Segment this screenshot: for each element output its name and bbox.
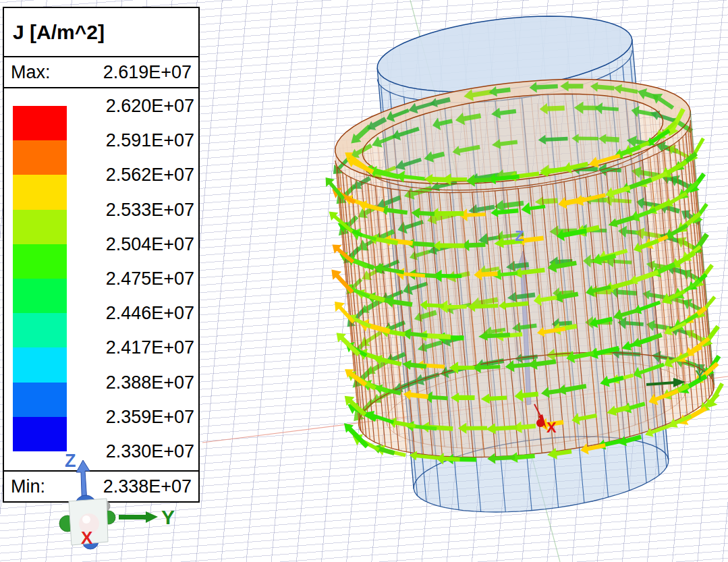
legend-tick-label: 2.620E+07	[106, 96, 194, 117]
legend-color-band-4	[13, 244, 67, 279]
model-y-axis-label: Y	[695, 367, 704, 383]
legend-color-band-6	[13, 313, 67, 347]
model-x-axis-label: X	[547, 419, 557, 436]
legend-color-band-5	[13, 279, 67, 313]
legend-max-value: 2.619E+07	[103, 62, 192, 83]
legend-tick-label: 2.388E+07	[106, 372, 194, 393]
model-z-axis-label: Z	[515, 227, 524, 244]
legend-max-row: Max: 2.619E+07	[4, 57, 198, 88]
legend-color-band-8	[13, 383, 67, 417]
legend-tick-label: 2.533E+07	[106, 199, 194, 220]
legend-tick-label: 2.475E+07	[106, 269, 194, 289]
triad-x-label: X	[81, 528, 93, 548]
legend-color-band-3	[13, 210, 67, 244]
legend-tick-label: 2.359E+07	[106, 406, 194, 427]
triad-y-arrow-shaft	[119, 515, 147, 519]
legend-tick-label: 2.446E+07	[106, 303, 194, 324]
legend-color-band-7	[13, 347, 67, 382]
triad-y-arrowhead	[146, 511, 158, 523]
legend-tick-label: 2.504E+07	[106, 233, 194, 254]
legend-title: J [A/m^2]	[4, 8, 198, 57]
legend-color-band-0	[13, 106, 67, 140]
legend-max-label: Max:	[11, 62, 51, 83]
legend-panel[interactable]: J [A/m^2] Max: 2.619E+07 2.620E+072.591E…	[3, 7, 200, 503]
legend-tick-label: 2.591E+07	[106, 130, 194, 151]
triad-front-sphere-highlight	[82, 515, 90, 524]
legend-color-band-1	[13, 140, 67, 175]
triad-y-label: Y	[161, 506, 175, 528]
legend-color-band-2	[13, 175, 67, 209]
view-orientation-triad[interactable]: ZXY	[39, 439, 188, 562]
legend-color-scale: 2.620E+072.591E+072.562E+072.533E+072.50…	[4, 88, 198, 470]
triad-z-label: Z	[65, 451, 76, 471]
legend-tick-label: 2.562E+07	[106, 165, 194, 186]
legend-tick-label: 2.417E+07	[106, 337, 194, 358]
